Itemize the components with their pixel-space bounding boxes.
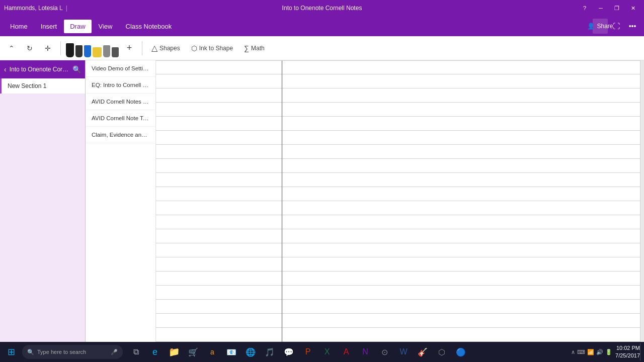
restore-button[interactable]: ❐	[610, 3, 624, 13]
taskbar-explorer[interactable]: 📁	[165, 343, 183, 361]
toolbar-separator-2	[142, 41, 142, 55]
page-item-3[interactable]: AVID Cornell Notes PPT	[86, 94, 155, 110]
close-button[interactable]: ✕	[626, 3, 640, 13]
eraser-tool[interactable]: ↻	[22, 41, 37, 56]
pages-panel: Video Demo of Setting... EQ: Intro to Co…	[86, 60, 156, 344]
fullscreen-button[interactable]: ⛶	[609, 19, 624, 34]
clock-time: 10:02 PM	[615, 344, 640, 352]
pan-tool[interactable]: ✛	[40, 41, 55, 56]
system-tray: ∧ ⌨ 📶 🔊 🔋	[568, 349, 615, 355]
math-icon: ∑	[244, 44, 249, 52]
pen-black[interactable]	[66, 43, 74, 57]
taskbar-app1[interactable]: 🎵	[261, 343, 279, 361]
taskbar-onenote[interactable]: N	[356, 343, 374, 361]
sidebar: ‹ Into to Onenote Cornell Notes 🔍 New Se…	[0, 60, 86, 344]
back-button[interactable]: ‹	[4, 65, 7, 73]
taskbar-powerpoint[interactable]: P	[299, 343, 317, 361]
taskbar-word[interactable]: W	[394, 343, 413, 361]
pen-group	[66, 39, 119, 57]
taskbar-excel[interactable]: X	[318, 343, 336, 361]
more-button[interactable]: •••	[625, 19, 640, 34]
menu-class-notebook[interactable]: Class Notebook	[120, 20, 178, 33]
taskbar-pdf[interactable]: A	[337, 343, 355, 361]
ink-to-shape-label: Ink to Shape	[199, 45, 233, 52]
menu-insert[interactable]: Insert	[35, 20, 63, 33]
menu-home[interactable]: Home	[4, 20, 34, 33]
taskbar-app5[interactable]: ⬡	[433, 343, 451, 361]
tray-volume[interactable]: 🔊	[596, 349, 603, 355]
system-clock[interactable]: 10:02 PM 7/25/2017	[615, 344, 640, 360]
user-separator: |	[66, 5, 67, 12]
tray-network[interactable]: 📶	[587, 349, 594, 355]
shapes-label: Shapes	[159, 45, 180, 52]
taskbar-search-icon: 🔍	[27, 349, 34, 355]
start-button[interactable]: ⊞	[2, 343, 20, 361]
taskbar-amazon[interactable]: a	[203, 343, 221, 361]
taskbar-outlook[interactable]: 📧	[222, 343, 240, 361]
pen-dark3[interactable]	[112, 47, 119, 57]
taskbar-chrome[interactable]: 🌐	[242, 343, 260, 361]
page-item-2[interactable]: EQ: Intro to Cornell No...	[86, 77, 155, 94]
menu-view[interactable]: View	[93, 20, 119, 33]
shapes-icon: △	[151, 43, 157, 53]
sidebar-header: ‹ Into to Onenote Cornell Notes 🔍	[0, 60, 85, 78]
title-bar-user: Hammonds, Lotesia L |	[4, 5, 67, 12]
notebook-title: Into to Onenote Cornell Notes	[10, 66, 69, 73]
clock-date: 7/25/2017	[615, 352, 640, 359]
math-label: Math	[251, 45, 265, 52]
shapes-button[interactable]: △ Shapes	[147, 41, 184, 55]
share-icon: 👤	[587, 23, 595, 30]
pen-gray[interactable]	[103, 45, 110, 57]
minimize-button[interactable]: ─	[594, 3, 608, 13]
taskbar-mic-icon: 🎤	[111, 349, 118, 355]
tray-keyboard[interactable]: ⌨	[577, 349, 585, 355]
taskbar-pinned-apps: ⧉ e 📁 🛒 a 📧 🌐 🎵 💬 P X A N ⊙ W 🎸 ⬡ 🔵	[125, 343, 568, 361]
pen-yellow[interactable]	[93, 47, 102, 57]
taskbar-app3[interactable]: ⊙	[375, 343, 393, 361]
page-item-1[interactable]: Video Demo of Setting...	[86, 60, 155, 77]
taskbar: ⊞ 🔍 Type here to search 🎤 ⧉ e 📁 🛒 a 📧 🌐 …	[0, 342, 644, 362]
taskbar-task-view[interactable]: ⧉	[127, 343, 145, 361]
page-item-5[interactable]: Claim, Evidence and Re...	[86, 127, 155, 143]
taskbar-app2[interactable]: 💬	[280, 343, 298, 361]
section-new-section-1[interactable]: New Section 1	[0, 78, 85, 94]
taskbar-app6[interactable]: 🔵	[452, 343, 470, 361]
note-canvas[interactable]	[156, 60, 640, 344]
right-scrollbar[interactable]	[640, 60, 644, 344]
menu-draw[interactable]: Draw	[64, 20, 91, 33]
tray-show-hidden[interactable]: ∧	[571, 349, 575, 355]
window-title: Into to Onenote Cornell Notes	[282, 5, 362, 12]
add-pen-button[interactable]: +	[122, 41, 137, 56]
page-item-4[interactable]: AVID Cornell Note Tem...	[86, 110, 155, 127]
sidebar-search-button[interactable]: 🔍	[72, 65, 81, 73]
taskbar-search[interactable]: 🔍 Type here to search 🎤	[22, 345, 123, 359]
taskbar-edge[interactable]: e	[146, 343, 164, 361]
window-controls: ? ─ ❐ ✕	[578, 3, 640, 13]
tray-battery[interactable]: 🔋	[605, 349, 612, 355]
top-border-line	[156, 60, 640, 61]
ink-to-shape-icon: ⬡	[191, 44, 197, 52]
share-button[interactable]: 👤 Share	[593, 19, 608, 34]
show-desktop-button[interactable]	[640, 343, 642, 361]
lasso-tool[interactable]: ⌃	[4, 41, 19, 56]
pen-dark2[interactable]	[75, 45, 83, 57]
pen-blue[interactable]	[84, 45, 91, 57]
title-bar: Hammonds, Lotesia L | Into to Onenote Co…	[0, 0, 644, 16]
math-button[interactable]: ∑ Math	[240, 42, 269, 54]
taskbar-search-placeholder: Type here to search	[37, 349, 86, 355]
taskbar-app4[interactable]: 🎸	[414, 343, 432, 361]
ink-to-shape-button[interactable]: ⬡ Ink to Shape	[187, 42, 237, 54]
lined-paper	[156, 60, 640, 344]
draw-toolbar: ⌃ ↻ ✛ + △ Shapes ⬡ Ink to Shape ∑ Math	[0, 36, 644, 60]
toolbar-separator-1	[60, 41, 61, 55]
menu-bar: Home Insert Draw View Class Notebook 👤 S…	[0, 16, 644, 36]
help-button[interactable]: ?	[578, 3, 592, 13]
windows-logo: ⊞	[8, 346, 15, 357]
main-area: ‹ Into to Onenote Cornell Notes 🔍 New Se…	[0, 60, 644, 344]
taskbar-store[interactable]: 🛒	[184, 343, 202, 361]
